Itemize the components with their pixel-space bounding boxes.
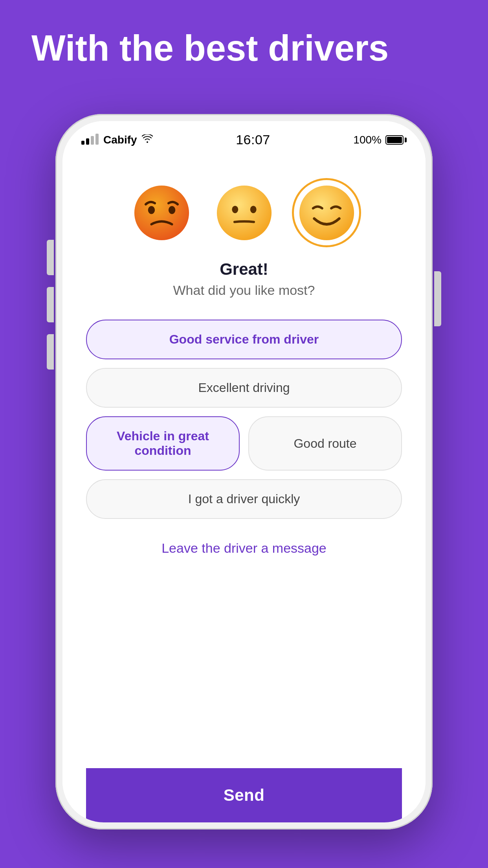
option-row-vehicle-route: Vehicle in great condition Good route	[86, 416, 402, 471]
screen-content: Great! What did you like most? Good serv…	[62, 154, 426, 822]
neutral-emoji-icon	[216, 184, 273, 241]
svg-point-2	[168, 206, 175, 214]
option-good-route-button[interactable]: Good route	[248, 416, 402, 471]
svg-point-6	[299, 185, 354, 240]
happy-emoji-icon	[298, 184, 355, 241]
signal-bars-icon	[81, 135, 99, 145]
send-button-wrapper: Send	[86, 768, 402, 822]
emoji-neutral-container[interactable]	[213, 181, 275, 244]
wifi-icon	[142, 134, 153, 145]
option-good-service-button[interactable]: Good service from driver	[86, 320, 402, 359]
emoji-happy-container[interactable]	[295, 181, 358, 244]
svg-point-1	[148, 206, 154, 214]
send-button[interactable]: Send	[86, 768, 402, 822]
battery-percent: 100%	[353, 134, 382, 146]
status-left: Cabify	[81, 134, 153, 146]
angry-emoji-icon	[133, 184, 190, 241]
carrier-label: Cabify	[103, 134, 137, 146]
leave-message-link[interactable]: Leave the driver a message	[161, 541, 327, 556]
option-vehicle-condition-button[interactable]: Vehicle in great condition	[86, 416, 240, 471]
options-list: Good service from driver Excellent drivi…	[86, 320, 402, 519]
rating-title: Great!	[220, 260, 268, 279]
option-driver-quickly-button[interactable]: I got a driver quickly	[86, 479, 402, 519]
emoji-angry-container[interactable]	[130, 181, 193, 244]
phone-mockup: Cabify 16:07 100%	[55, 114, 433, 829]
option-excellent-driving-button[interactable]: Excellent driving	[86, 368, 402, 408]
svg-point-4	[232, 206, 238, 213]
battery-icon	[385, 135, 407, 145]
svg-point-0	[134, 185, 189, 240]
phone-shell: Cabify 16:07 100%	[55, 114, 433, 829]
svg-point-3	[216, 185, 271, 240]
rating-subtitle: What did you like most?	[173, 283, 315, 298]
phone-screen: Cabify 16:07 100%	[62, 121, 426, 822]
time-display: 16:07	[236, 132, 270, 147]
emoji-rating-row	[130, 181, 358, 244]
status-right: 100%	[353, 134, 407, 146]
status-bar: Cabify 16:07 100%	[62, 121, 426, 154]
svg-point-5	[250, 206, 256, 213]
page-headline: With the best drivers	[0, 0, 488, 69]
